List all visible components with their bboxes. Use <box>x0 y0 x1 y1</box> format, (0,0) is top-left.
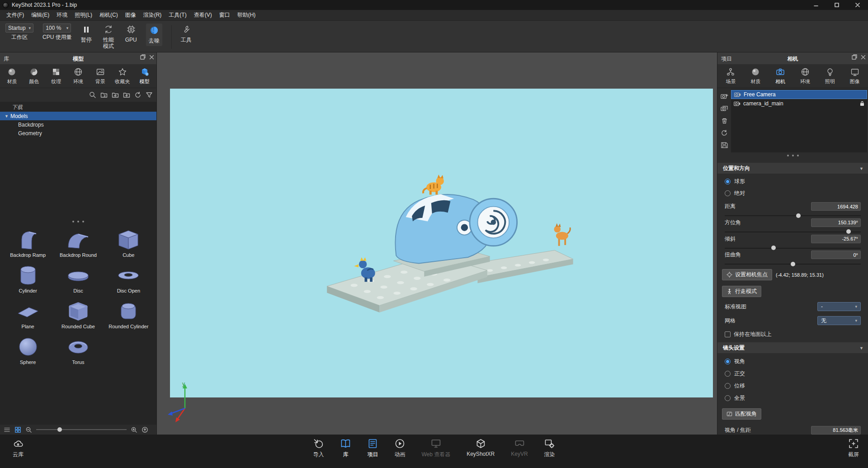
model-thumb-disc-open[interactable]: Disc Open <box>104 264 154 293</box>
axis-gizmo[interactable]: y <box>166 380 202 424</box>
close-panel-icon[interactable] <box>149 55 154 60</box>
model-thumb-rounded-cube[interactable]: Rounded Cube <box>53 300 103 329</box>
lens-section-header[interactable]: 镜头设置 ▾ <box>717 342 868 353</box>
render-view[interactable] <box>170 89 713 397</box>
slider-handle[interactable] <box>846 229 851 234</box>
refresh-icon[interactable] <box>134 91 142 99</box>
menu-camera[interactable]: 相机(C) <box>96 10 122 20</box>
render-button[interactable]: 渲染 <box>544 438 555 459</box>
cloud-upload-icon[interactable] <box>142 426 148 433</box>
duplicate-camera-icon[interactable] <box>721 105 728 112</box>
gpu-button[interactable]: GPU <box>125 24 137 43</box>
zoom-in-icon[interactable] <box>131 426 137 433</box>
position-section-header[interactable]: 位置和方向 ▾ <box>717 163 868 174</box>
tree-item-models[interactable]: ▼ Models <box>0 112 156 120</box>
model-thumb-cube[interactable]: Cube <box>104 228 154 258</box>
search-input[interactable] <box>4 90 85 99</box>
project-tab-image[interactable]: 图像 <box>842 66 867 86</box>
animation-button[interactable]: 动画 <box>394 438 405 459</box>
keep-above-ground-checkbox[interactable]: 保持在地面以上 <box>717 331 868 338</box>
filter-funnel-icon[interactable] <box>146 91 153 99</box>
import-button[interactable]: 导入 <box>313 438 324 459</box>
tools-button[interactable]: 工具 <box>181 24 192 43</box>
model-thumb-backdrop-round[interactable]: Backdrop Round <box>53 228 103 258</box>
menu-render[interactable]: 渲染(R) <box>140 10 165 20</box>
camera-row-camera-id-main[interactable]: camera_id_main <box>731 99 867 108</box>
maximize-button[interactable] <box>826 0 847 10</box>
search-icon[interactable] <box>89 91 96 99</box>
reset-camera-icon[interactable] <box>721 129 728 137</box>
grid-dropdown[interactable]: 无 ▾ <box>817 316 861 325</box>
model-thumb-backdrop-ramp[interactable]: Backdrop Ramp <box>3 228 53 258</box>
menu-help[interactable]: 帮助(H) <box>234 10 259 20</box>
slider-handle[interactable] <box>796 213 801 218</box>
absolute-radio[interactable]: 绝对 <box>717 189 868 197</box>
folder-import-icon[interactable] <box>100 91 108 99</box>
menu-view[interactable]: 查看(V) <box>190 10 216 20</box>
panel-splitter[interactable] <box>0 218 156 225</box>
tree-item-backdrops[interactable]: Backdrops <box>0 120 156 129</box>
standard-view-dropdown[interactable]: - ▾ <box>817 302 861 311</box>
lego-spaceship-model[interactable] <box>302 146 582 340</box>
model-thumb-cylinder[interactable]: Cylinder <box>3 264 53 293</box>
tree-item-download[interactable]: 下载 <box>0 103 156 112</box>
azimuth-slider[interactable] <box>725 229 861 230</box>
walk-mode-button[interactable]: 行走模式 <box>722 286 761 297</box>
twist-field[interactable]: 0° <box>811 251 861 259</box>
grid-view-icon[interactable] <box>14 426 21 433</box>
dock-panel-icon[interactable] <box>852 54 857 60</box>
workspace-select[interactable]: Startup▾ <box>5 24 33 33</box>
project-tab-environment[interactable]: 环境 <box>793 66 817 86</box>
library-tab-materials[interactable]: 材质 <box>1 66 23 86</box>
performance-mode-button[interactable]: 性能模式 <box>101 24 116 50</box>
project-tab-camera[interactable]: 相机 <box>768 66 793 86</box>
save-camera-icon[interactable] <box>721 142 728 149</box>
library-tab-textures[interactable]: 纹理 <box>45 66 67 86</box>
focal-length-field[interactable]: 81.563毫米 <box>811 426 861 435</box>
denoise-button[interactable]: 去噪 <box>146 24 162 46</box>
menu-tools[interactable]: 工具(T) <box>165 10 190 20</box>
menu-window[interactable]: 窗口 <box>216 10 234 20</box>
panel-splitter[interactable] <box>717 152 868 159</box>
slider-handle[interactable] <box>57 427 62 432</box>
shift-radio[interactable]: 位移 <box>717 382 868 390</box>
spherical-radio[interactable]: 球形 <box>717 178 868 185</box>
delete-icon[interactable] <box>721 117 728 124</box>
perspective-radio[interactable]: 视角 <box>717 358 868 365</box>
minimize-button[interactable] <box>806 0 826 10</box>
menu-edit[interactable]: 编辑(E) <box>28 10 53 20</box>
project-tab-scene[interactable]: 场景 <box>718 66 743 86</box>
dock-panel-icon[interactable] <box>140 54 146 60</box>
twist-slider[interactable] <box>725 261 861 262</box>
keyshotxr-button[interactable]: KeyShotXR <box>467 438 495 457</box>
slider-handle[interactable] <box>791 262 795 266</box>
tree-item-geometry[interactable]: Geometry <box>0 129 156 137</box>
project-toggle-button[interactable]: 项目 <box>367 438 378 459</box>
list-view-icon[interactable] <box>4 426 10 433</box>
distance-field[interactable]: 1694.428 <box>811 202 861 211</box>
library-tab-models[interactable]: 模型 <box>133 66 156 86</box>
menu-lighting[interactable]: 照明(L) <box>71 10 96 20</box>
orthographic-radio[interactable]: 正交 <box>717 370 868 378</box>
close-panel-icon[interactable] <box>861 55 866 60</box>
folder-up-icon[interactable] <box>123 91 130 99</box>
model-thumb-rounded-cylinder[interactable]: Rounded Cylinder <box>104 300 154 329</box>
web-viewer-button[interactable]: Web 查看器 <box>421 438 450 459</box>
menu-image[interactable]: 图像 <box>122 10 140 20</box>
project-tab-lighting[interactable]: 照明 <box>817 66 842 86</box>
match-perspective-button[interactable]: 匹配视角 <box>722 408 761 420</box>
incline-slider[interactable] <box>725 246 861 246</box>
panoramic-radio[interactable]: 全景 <box>717 394 868 402</box>
camera-row-free-camera[interactable]: Free Camera <box>731 90 867 99</box>
azimuth-field[interactable]: 150.139° <box>811 218 861 227</box>
cloud-library-button[interactable]: 云库 <box>13 438 24 459</box>
screenshot-button[interactable]: 截屏 <box>848 438 859 459</box>
distance-slider[interactable] <box>725 213 861 213</box>
folder-add-icon[interactable] <box>112 91 119 99</box>
library-tab-environments[interactable]: 环境 <box>67 66 90 86</box>
set-camera-focus-button[interactable]: 设置相机焦点 <box>722 269 772 280</box>
tree-expander-icon[interactable]: ▼ <box>5 114 9 118</box>
menu-environment[interactable]: 环境 <box>53 10 71 20</box>
close-button[interactable] <box>847 0 868 10</box>
keyvr-button[interactable]: KeyVR <box>511 438 528 457</box>
